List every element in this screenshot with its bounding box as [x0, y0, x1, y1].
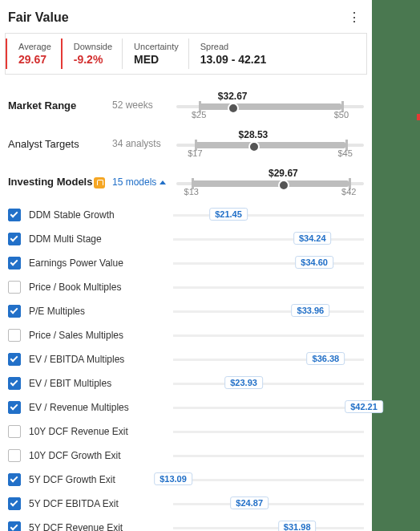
model-name: EV / EBITDA Multiples	[29, 354, 173, 365]
models-toggle-link[interactable]: 15 models	[112, 176, 156, 188]
model-checkbox[interactable]	[8, 305, 21, 318]
summary-label: Downside	[74, 42, 112, 51]
model-bar: $24.87	[173, 492, 364, 516]
model-value-tag[interactable]: $31.98	[278, 521, 317, 531]
slider-handle[interactable]	[278, 180, 289, 191]
model-checkbox[interactable]	[8, 257, 21, 270]
model-name: P/E Multiples	[29, 306, 173, 317]
slider-high: $50	[334, 110, 349, 120]
slider-handle[interactable]	[228, 103, 239, 114]
summary-label: Uncertainty	[134, 42, 179, 51]
model-name: EV / EBIT Multiples	[29, 378, 173, 389]
model-value-tag[interactable]: $23.93	[224, 376, 263, 389]
section-sub: 52 weeks	[112, 99, 176, 111]
slider-high: $45	[337, 148, 352, 158]
model-checkbox[interactable]	[8, 353, 21, 366]
slider-low: $17	[188, 148, 202, 158]
summary-value: 29.67	[18, 53, 51, 66]
more-menu-icon[interactable]: ⋮	[345, 6, 364, 28]
model-row: DDM Multi Stage$34.24	[8, 227, 364, 251]
model-row: 5Y DCF Growth Exit$13.09	[8, 468, 364, 492]
model-row: DDM Stable Growth$21.45	[8, 203, 364, 227]
summary-downside: Downside -9.2%	[61, 39, 122, 69]
model-value-tag[interactable]: $24.87	[230, 497, 269, 509]
model-checkbox[interactable]	[8, 497, 21, 510]
section-market-range: Market Range52 weeks$32.67$25$50	[2, 87, 370, 126]
model-value-tag[interactable]: $13.09	[154, 472, 192, 485]
model-row: EV / EBIT Multiples$23.93	[8, 371, 364, 395]
model-bar: $34.60	[173, 251, 364, 275]
slider-handle[interactable]	[248, 141, 260, 152]
model-name: 10Y DCF Growth Exit	[29, 450, 173, 461]
model-checkbox[interactable]	[8, 425, 21, 438]
model-bar: $21.45	[173, 203, 364, 227]
model-row: EV / EBITDA Multiples$36.38	[8, 347, 364, 371]
model-row: 5Y DCF EBITDA Exit$24.87	[8, 492, 364, 516]
model-name: 5Y DCF EBITDA Exit	[29, 498, 173, 509]
model-row: 10Y DCF Growth Exit	[8, 444, 364, 468]
model-value-tag[interactable]: $36.38	[307, 352, 345, 365]
summary-stats: Average 29.67 Downside -9.2% Uncertainty…	[5, 33, 367, 75]
model-checkbox[interactable]	[8, 521, 21, 531]
model-row: 5Y DCF Revenue Exit$31.98	[8, 516, 364, 531]
model-bar: $31.98	[173, 516, 364, 531]
model-row: Price / Book Multiples	[8, 275, 364, 299]
model-checkbox[interactable]	[8, 473, 21, 486]
model-bar: $42.21	[173, 395, 364, 420]
slider-low: $13	[184, 187, 199, 197]
chevron-up-icon	[160, 180, 166, 184]
model-bar: $23.93	[173, 371, 364, 395]
range-slider[interactable]: $28.53$17$45	[176, 131, 364, 156]
model-bar: $33.96	[173, 299, 364, 323]
slider-low: $25	[192, 110, 206, 120]
summary-value: MED	[134, 53, 179, 66]
side-indicator	[417, 114, 420, 120]
model-value-tag[interactable]: $34.24	[293, 232, 332, 245]
summary-uncertainty: Uncertainty MED	[122, 39, 188, 69]
model-name: EV / Revenue Multiples	[29, 402, 173, 413]
model-value-tag[interactable]: $21.45	[209, 208, 248, 221]
model-bar: $36.38	[173, 347, 364, 371]
model-bar	[173, 275, 364, 299]
slider-value: $32.67	[218, 91, 248, 102]
slider-value: $29.67	[269, 168, 298, 179]
model-name: 10Y DCF Revenue Exit	[29, 426, 173, 437]
model-name: Price / Book Multiples	[29, 282, 173, 293]
range-slider[interactable]: $29.67$13$42	[176, 169, 364, 195]
model-checkbox[interactable]	[8, 377, 21, 390]
summary-spread: Spread 13.09 - 42.21	[188, 39, 277, 69]
model-checkbox[interactable]	[8, 209, 21, 221]
section-sub[interactable]: 15 models	[112, 176, 176, 188]
model-row: Price / Sales Multiples	[8, 323, 364, 347]
section-name: Investing Models	[8, 176, 112, 188]
model-row: EV / Revenue Multiples$42.21	[8, 395, 364, 420]
summary-average: Average 29.67	[6, 39, 61, 69]
summary-label: Average	[18, 42, 51, 51]
model-bar	[173, 444, 364, 468]
model-value-tag[interactable]: $33.96	[292, 304, 330, 317]
model-row: Earnings Power Value$34.60	[8, 251, 364, 275]
model-name: 5Y DCF Revenue Exit	[29, 522, 173, 531]
section-name: Analyst Targets	[8, 138, 112, 150]
summary-value: -9.2%	[74, 53, 112, 66]
model-bar: $13.09	[173, 468, 364, 492]
model-name: Earnings Power Value	[29, 257, 173, 269]
model-checkbox[interactable]	[8, 233, 21, 245]
card-title: Fair Value	[8, 10, 69, 25]
model-value-tag[interactable]: $34.60	[295, 256, 333, 269]
model-checkbox[interactable]	[8, 329, 21, 342]
model-value-tag[interactable]: $42.21	[345, 400, 383, 413]
model-checkbox[interactable]	[8, 449, 21, 462]
model-checkbox[interactable]	[8, 401, 21, 414]
model-bar: $34.24	[173, 227, 364, 251]
slider-high: $42	[341, 187, 356, 197]
pro-badge-icon	[94, 177, 105, 188]
side-panel	[372, 0, 420, 531]
section-sub: 34 analysts	[112, 138, 176, 149]
model-checkbox[interactable]	[8, 281, 21, 294]
model-row: P/E Multiples$33.96	[8, 299, 364, 323]
model-bar	[173, 420, 364, 444]
range-slider[interactable]: $32.67$25$50	[176, 92, 364, 118]
model-row: 10Y DCF Revenue Exit	[8, 420, 364, 444]
model-bar	[173, 323, 364, 347]
